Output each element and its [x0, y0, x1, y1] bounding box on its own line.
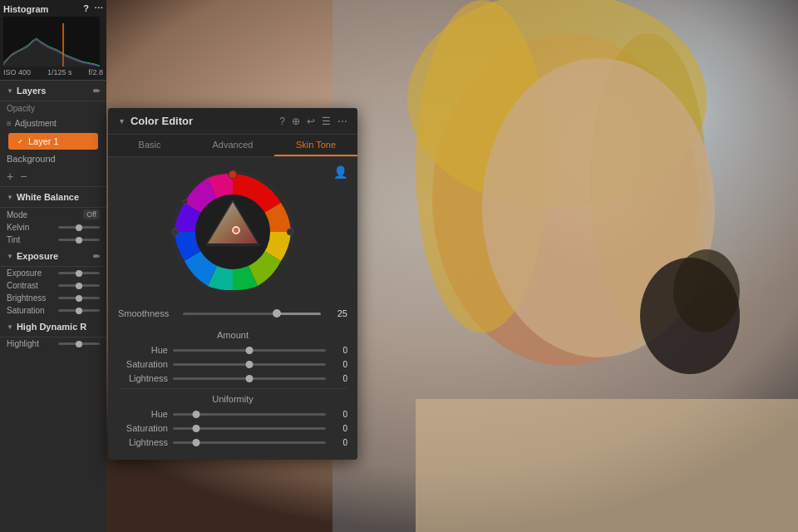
exposure-brightness-label: Brightness — [7, 293, 46, 303]
amount-light-label: Lightness — [118, 373, 168, 383]
unif-sat-value: 0 — [331, 424, 347, 433]
amount-hue-thumb — [246, 347, 254, 354]
amount-hue-label: Hue — [118, 345, 168, 355]
smoothness-slider[interactable] — [183, 313, 321, 315]
exposure-brightness-row: Brightness — [0, 292, 106, 304]
smoothness-value: 25 — [328, 308, 347, 318]
svg-point-19 — [287, 229, 293, 235]
svg-point-16 — [233, 227, 239, 234]
tab-skin-tone[interactable]: Skin Tone — [274, 135, 357, 156]
highlight-thumb — [76, 341, 82, 347]
color-editor-tabs: Basic Advanced Skin Tone — [108, 135, 357, 157]
unif-light-value: 0 — [331, 438, 347, 447]
color-editor-target-icon[interactable]: ⊕ — [292, 116, 300, 127]
wb-section-header[interactable]: ▼ White Balance — [0, 187, 106, 208]
amount-light-value: 0 — [331, 374, 347, 383]
brightness-slider[interactable] — [58, 297, 100, 299]
color-editor-header: ▼ Color Editor ? ⊕ ↩ ☰ ⋯ — [108, 108, 357, 135]
tab-advanced[interactable]: Advanced — [191, 135, 274, 156]
unif-sat-row: Saturation 0 — [118, 423, 347, 433]
amount-section-label: Amount — [118, 330, 347, 340]
layers-edit-icon[interactable]: ✏ — [93, 86, 100, 96]
exposure-thumb — [76, 270, 82, 277]
color-editor-panel: ▼ Color Editor ? ⊕ ↩ ☰ ⋯ Basic Advanced … — [108, 108, 357, 460]
wb-chevron-icon: ▼ — [7, 194, 13, 201]
unif-sat-slider[interactable] — [173, 427, 326, 430]
amount-sat-thumb — [246, 361, 254, 368]
wb-tint-slider[interactable] — [58, 239, 100, 241]
amount-sat-label: Saturation — [118, 359, 168, 369]
highlight-slider[interactable] — [58, 342, 100, 345]
amount-sat-value: 0 — [331, 360, 347, 369]
exposure-label: Exposure — [17, 251, 58, 261]
color-editor-help-icon[interactable]: ? — [279, 116, 285, 127]
layers-chevron-icon: ▼ — [7, 87, 13, 95]
layers-section-header[interactable]: ▼ Layers ✏ — [0, 81, 106, 101]
layer1-item[interactable]: ✓ Layer 1 — [8, 133, 98, 150]
layer-controls: + − — [0, 166, 106, 186]
color-editor-menu-icon[interactable]: ☰ — [322, 116, 331, 127]
hdr-chevron-icon: ▼ — [7, 323, 13, 331]
brightness-thumb — [76, 295, 82, 302]
contrast-thumb — [76, 283, 82, 289]
histogram-shutter: 1/125 s — [47, 68, 72, 76]
histogram-canvas — [3, 17, 100, 66]
hdr-section: ▼ High Dynamic R Highlight — [0, 317, 106, 350]
color-editor-collapse-icon[interactable]: ▼ — [118, 117, 126, 126]
wb-tint-row: Tint — [0, 234, 106, 246]
histogram-help-icon[interactable]: ? — [83, 3, 89, 14]
hdr-highlight-label: Highlight — [7, 339, 39, 348]
color-editor-body: 👤 Smoothness 25 Amount Hue 0 Saturation … — [108, 157, 357, 460]
remove-layer-button[interactable]: − — [20, 170, 27, 183]
exposure-section-header[interactable]: ▼ Exposure ✏ — [0, 246, 106, 267]
layers-section: ▼ Layers ✏ Opacity ≡ Adjustment ✓ Layer … — [0, 81, 106, 187]
person-icon-button[interactable]: 👤 — [333, 165, 347, 179]
svg-point-20 — [183, 200, 188, 204]
wb-kelvin-thumb — [76, 224, 82, 231]
wb-mode-value[interactable]: Off — [83, 209, 100, 219]
unif-light-slider[interactable] — [173, 441, 326, 444]
color-wheel-svg — [166, 165, 299, 298]
uniformity-section-label: Uniformity — [118, 394, 347, 404]
hdr-highlight-row: Highlight — [0, 337, 106, 350]
layer1-label: Layer 1 — [28, 136, 59, 146]
hdr-section-header[interactable]: ▼ High Dynamic R — [0, 317, 106, 337]
layers-opacity-row: Opacity — [0, 101, 106, 116]
svg-point-8 — [673, 249, 740, 332]
wb-label: White Balance — [17, 192, 79, 202]
amount-light-slider[interactable] — [173, 377, 326, 380]
wb-mode-label: Mode — [7, 210, 27, 219]
adjustment-label: Adjustment — [15, 119, 57, 128]
tab-basic[interactable]: Basic — [108, 135, 191, 156]
layers-label: Layers — [17, 86, 46, 96]
add-layer-button[interactable]: + — [7, 170, 13, 183]
color-wheel-wrapper: 👤 — [118, 165, 347, 298]
histogram-iso: ISO 400 — [3, 68, 31, 76]
amount-sat-slider[interactable] — [173, 363, 326, 366]
saturation-slider[interactable] — [58, 309, 100, 312]
svg-rect-9 — [416, 399, 798, 532]
unif-hue-slider[interactable] — [173, 413, 326, 416]
exposure-chevron-icon: ▼ — [7, 253, 13, 260]
wb-kelvin-label: Kelvin — [7, 223, 29, 232]
wb-kelvin-slider[interactable] — [58, 226, 100, 229]
exposure-slider[interactable] — [58, 272, 100, 274]
amount-hue-row: Hue 0 — [118, 345, 347, 355]
exposure-edit-icon[interactable]: ✏ — [93, 252, 100, 261]
amount-hue-slider[interactable] — [173, 349, 326, 352]
saturation-thumb — [76, 308, 82, 314]
opacity-label: Opacity — [7, 104, 35, 113]
contrast-slider[interactable] — [58, 284, 100, 287]
section-divider — [118, 388, 347, 389]
color-editor-undo-icon[interactable]: ↩ — [307, 116, 315, 127]
exposure-saturation-row: Saturation — [0, 304, 106, 317]
layer1-checkbox[interactable]: ✓ — [15, 136, 25, 146]
unif-sat-label: Saturation — [118, 423, 168, 433]
background-layer[interactable]: Background — [0, 151, 106, 166]
color-editor-more-icon[interactable]: ⋯ — [337, 116, 347, 127]
unif-hue-label: Hue — [118, 409, 168, 419]
histogram-info: ISO 400 1/125 s f/2.8 — [3, 68, 103, 76]
histogram-aperture: f/2.8 — [88, 68, 103, 76]
histogram-more-icon[interactable]: ⋯ — [94, 3, 103, 14]
left-panel: Histogram ? ⋯ ISO 400 1/125 s f/2.8 — [0, 0, 106, 532]
